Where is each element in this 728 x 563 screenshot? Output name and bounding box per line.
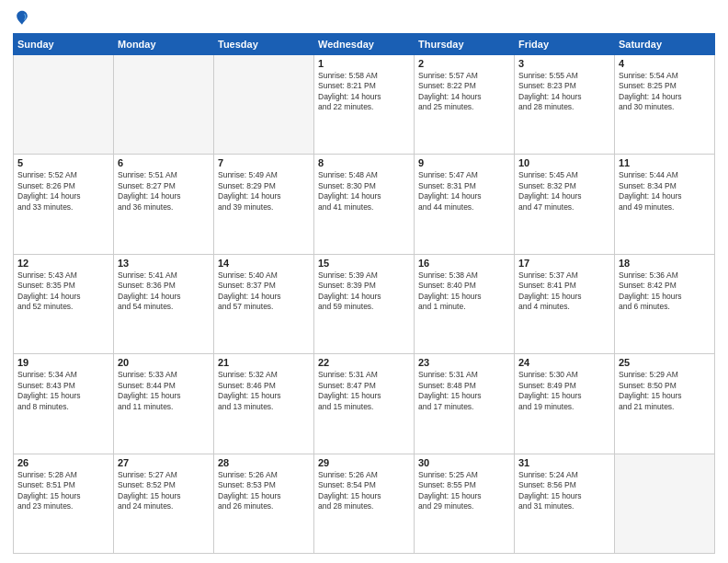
calendar-cell: 28Sunrise: 5:26 AM Sunset: 8:53 PM Dayli… bbox=[214, 454, 314, 553]
day-number: 7 bbox=[218, 157, 310, 168]
day-info: Sunrise: 5:25 AM Sunset: 8:55 PM Dayligh… bbox=[418, 470, 510, 512]
day-number: 19 bbox=[17, 357, 109, 368]
day-number: 10 bbox=[518, 157, 610, 168]
day-number: 8 bbox=[318, 157, 410, 168]
day-number: 20 bbox=[118, 357, 210, 368]
calendar-cell bbox=[14, 55, 114, 155]
calendar-cell: 25Sunrise: 5:29 AM Sunset: 8:50 PM Dayli… bbox=[615, 354, 715, 454]
day-info: Sunrise: 5:57 AM Sunset: 8:22 PM Dayligh… bbox=[418, 71, 510, 113]
calendar-cell: 11Sunrise: 5:44 AM Sunset: 8:34 PM Dayli… bbox=[615, 155, 715, 254]
page: SundayMondayTuesdayWednesdayThursdayFrid… bbox=[0, 0, 728, 563]
calendar-cell: 1Sunrise: 5:58 AM Sunset: 8:21 PM Daylig… bbox=[314, 55, 415, 155]
day-info: Sunrise: 5:58 AM Sunset: 8:21 PM Dayligh… bbox=[318, 71, 410, 113]
calendar-cell bbox=[214, 55, 314, 155]
day-number: 4 bbox=[619, 58, 711, 69]
day-number: 25 bbox=[619, 357, 711, 368]
calendar-cell: 12Sunrise: 5:43 AM Sunset: 8:35 PM Dayli… bbox=[14, 254, 114, 353]
day-number: 14 bbox=[218, 258, 310, 269]
calendar-cell: 7Sunrise: 5:49 AM Sunset: 8:29 PM Daylig… bbox=[214, 155, 314, 254]
day-info: Sunrise: 5:47 AM Sunset: 8:31 PM Dayligh… bbox=[418, 170, 510, 213]
calendar-cell: 16Sunrise: 5:38 AM Sunset: 8:40 PM Dayli… bbox=[415, 254, 515, 353]
calendar-row-3: 19Sunrise: 5:34 AM Sunset: 8:43 PM Dayli… bbox=[14, 354, 715, 454]
day-number: 24 bbox=[518, 357, 610, 368]
calendar-header-row: SundayMondayTuesdayWednesdayThursdayFrid… bbox=[14, 34, 715, 55]
day-info: Sunrise: 5:31 AM Sunset: 8:48 PM Dayligh… bbox=[418, 370, 510, 412]
day-info: Sunrise: 5:54 AM Sunset: 8:25 PM Dayligh… bbox=[619, 71, 711, 113]
calendar-cell: 29Sunrise: 5:26 AM Sunset: 8:54 PM Dayli… bbox=[314, 454, 415, 553]
calendar-cell: 27Sunrise: 5:27 AM Sunset: 8:52 PM Dayli… bbox=[114, 454, 214, 553]
calendar-cell: 21Sunrise: 5:32 AM Sunset: 8:46 PM Dayli… bbox=[214, 354, 314, 454]
calendar-cell: 31Sunrise: 5:24 AM Sunset: 8:56 PM Dayli… bbox=[515, 454, 615, 553]
calendar-header-friday: Friday bbox=[515, 34, 615, 55]
day-info: Sunrise: 5:41 AM Sunset: 8:36 PM Dayligh… bbox=[118, 270, 210, 313]
calendar-cell: 17Sunrise: 5:37 AM Sunset: 8:41 PM Dayli… bbox=[515, 254, 615, 353]
logo bbox=[13, 9, 35, 28]
day-info: Sunrise: 5:40 AM Sunset: 8:37 PM Dayligh… bbox=[218, 270, 310, 313]
day-info: Sunrise: 5:33 AM Sunset: 8:44 PM Dayligh… bbox=[118, 370, 210, 412]
calendar-header-tuesday: Tuesday bbox=[214, 34, 314, 55]
day-number: 21 bbox=[218, 357, 310, 368]
day-info: Sunrise: 5:31 AM Sunset: 8:47 PM Dayligh… bbox=[318, 370, 410, 412]
calendar-row-2: 12Sunrise: 5:43 AM Sunset: 8:35 PM Dayli… bbox=[14, 254, 715, 353]
calendar-cell: 30Sunrise: 5:25 AM Sunset: 8:55 PM Dayli… bbox=[415, 454, 515, 553]
calendar-row-0: 1Sunrise: 5:58 AM Sunset: 8:21 PM Daylig… bbox=[14, 55, 715, 155]
calendar-cell: 10Sunrise: 5:45 AM Sunset: 8:32 PM Dayli… bbox=[515, 155, 615, 254]
day-number: 17 bbox=[518, 258, 610, 269]
logo-icon bbox=[13, 9, 31, 28]
day-info: Sunrise: 5:36 AM Sunset: 8:42 PM Dayligh… bbox=[619, 270, 711, 313]
calendar-row-1: 5Sunrise: 5:52 AM Sunset: 8:26 PM Daylig… bbox=[14, 155, 715, 254]
day-number: 27 bbox=[118, 457, 210, 468]
day-info: Sunrise: 5:38 AM Sunset: 8:40 PM Dayligh… bbox=[418, 270, 510, 313]
calendar-cell: 8Sunrise: 5:48 AM Sunset: 8:30 PM Daylig… bbox=[314, 155, 415, 254]
calendar-cell: 14Sunrise: 5:40 AM Sunset: 8:37 PM Dayli… bbox=[214, 254, 314, 353]
calendar-cell: 3Sunrise: 5:55 AM Sunset: 8:23 PM Daylig… bbox=[515, 55, 615, 155]
day-number: 2 bbox=[418, 58, 510, 69]
day-info: Sunrise: 5:37 AM Sunset: 8:41 PM Dayligh… bbox=[518, 270, 610, 313]
day-info: Sunrise: 5:26 AM Sunset: 8:54 PM Dayligh… bbox=[318, 470, 410, 512]
day-info: Sunrise: 5:32 AM Sunset: 8:46 PM Dayligh… bbox=[218, 370, 310, 412]
calendar-cell bbox=[615, 454, 715, 553]
calendar-cell: 2Sunrise: 5:57 AM Sunset: 8:22 PM Daylig… bbox=[415, 55, 515, 155]
day-number: 30 bbox=[418, 457, 510, 468]
day-info: Sunrise: 5:39 AM Sunset: 8:39 PM Dayligh… bbox=[318, 270, 410, 313]
day-number: 6 bbox=[118, 157, 210, 168]
calendar-cell: 4Sunrise: 5:54 AM Sunset: 8:25 PM Daylig… bbox=[615, 55, 715, 155]
day-number: 9 bbox=[418, 157, 510, 168]
day-number: 26 bbox=[17, 457, 109, 468]
day-number: 12 bbox=[17, 258, 109, 269]
day-info: Sunrise: 5:26 AM Sunset: 8:53 PM Dayligh… bbox=[218, 470, 310, 512]
calendar-table: SundayMondayTuesdayWednesdayThursdayFrid… bbox=[13, 33, 715, 554]
day-number: 31 bbox=[518, 457, 610, 468]
day-info: Sunrise: 5:29 AM Sunset: 8:50 PM Dayligh… bbox=[619, 370, 711, 412]
calendar-cell: 13Sunrise: 5:41 AM Sunset: 8:36 PM Dayli… bbox=[114, 254, 214, 353]
calendar-header-sunday: Sunday bbox=[14, 34, 114, 55]
calendar-cell: 26Sunrise: 5:28 AM Sunset: 8:51 PM Dayli… bbox=[14, 454, 114, 553]
day-number: 1 bbox=[318, 58, 410, 69]
header bbox=[13, 9, 715, 28]
calendar-header-thursday: Thursday bbox=[415, 34, 515, 55]
calendar-cell bbox=[114, 55, 214, 155]
calendar-cell: 18Sunrise: 5:36 AM Sunset: 8:42 PM Dayli… bbox=[615, 254, 715, 353]
day-info: Sunrise: 5:27 AM Sunset: 8:52 PM Dayligh… bbox=[118, 470, 210, 512]
day-info: Sunrise: 5:30 AM Sunset: 8:49 PM Dayligh… bbox=[518, 370, 610, 412]
day-number: 5 bbox=[17, 157, 109, 168]
day-number: 23 bbox=[418, 357, 510, 368]
day-info: Sunrise: 5:24 AM Sunset: 8:56 PM Dayligh… bbox=[518, 470, 610, 512]
calendar-cell: 6Sunrise: 5:51 AM Sunset: 8:27 PM Daylig… bbox=[114, 155, 214, 254]
calendar-cell: 23Sunrise: 5:31 AM Sunset: 8:48 PM Dayli… bbox=[415, 354, 515, 454]
day-number: 18 bbox=[619, 258, 711, 269]
day-info: Sunrise: 5:49 AM Sunset: 8:29 PM Dayligh… bbox=[218, 170, 310, 213]
calendar-header-wednesday: Wednesday bbox=[314, 34, 415, 55]
day-info: Sunrise: 5:51 AM Sunset: 8:27 PM Dayligh… bbox=[118, 170, 210, 213]
day-number: 22 bbox=[318, 357, 410, 368]
calendar-cell: 9Sunrise: 5:47 AM Sunset: 8:31 PM Daylig… bbox=[415, 155, 515, 254]
calendar-cell: 5Sunrise: 5:52 AM Sunset: 8:26 PM Daylig… bbox=[14, 155, 114, 254]
day-number: 13 bbox=[118, 258, 210, 269]
day-info: Sunrise: 5:48 AM Sunset: 8:30 PM Dayligh… bbox=[318, 170, 410, 213]
calendar-cell: 22Sunrise: 5:31 AM Sunset: 8:47 PM Dayli… bbox=[314, 354, 415, 454]
day-info: Sunrise: 5:28 AM Sunset: 8:51 PM Dayligh… bbox=[17, 470, 109, 512]
day-number: 11 bbox=[619, 157, 711, 168]
calendar-cell: 20Sunrise: 5:33 AM Sunset: 8:44 PM Dayli… bbox=[114, 354, 214, 454]
calendar-cell: 15Sunrise: 5:39 AM Sunset: 8:39 PM Dayli… bbox=[314, 254, 415, 353]
day-info: Sunrise: 5:55 AM Sunset: 8:23 PM Dayligh… bbox=[518, 71, 610, 113]
